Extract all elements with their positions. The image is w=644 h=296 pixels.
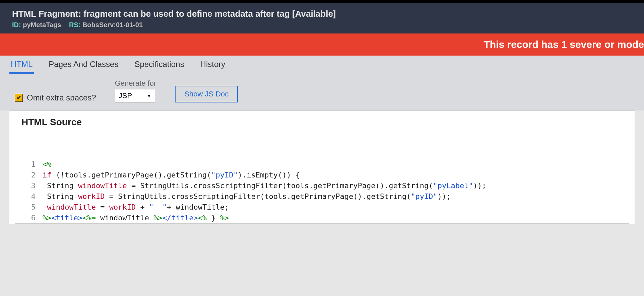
code-token: workID — [78, 192, 105, 201]
controls-row: ✔ Omit extra spaces? Generate for JSP ▼ … — [0, 74, 644, 110]
code-token: <title> — [52, 214, 83, 222]
tab-pages-and-classes[interactable]: Pages And Classes — [47, 55, 120, 74]
line-number: 3 — [15, 180, 39, 191]
code-token: = StringUtils.crossScriptingFilter(tools… — [105, 192, 411, 201]
code-token: windowTitle — [47, 203, 96, 211]
omit-spaces-checkbox[interactable]: ✔ — [15, 94, 23, 102]
page-header: HTML Fragment: fragment can be used to d… — [0, 3, 644, 33]
code-line: 5 windowTitle = workID + " "+ windowTitl… — [15, 202, 629, 213]
code-token: if — [43, 171, 52, 179]
code-content[interactable]: windowTitle = workID + " "+ windowTitle; — [39, 202, 229, 213]
code-token: } — [207, 214, 220, 222]
code-token: String — [43, 192, 78, 201]
id-label: ID: — [12, 21, 21, 28]
code-token: "pyLabel" — [433, 181, 473, 190]
code-token: windowTitle — [96, 214, 153, 222]
code-token: "pyID" — [411, 192, 437, 201]
top-black-bar — [0, 0, 644, 3]
code-token: workID — [109, 203, 136, 211]
code-token: )); — [473, 181, 487, 190]
code-token: <%= — [82, 214, 96, 222]
code-token: = — [96, 203, 109, 211]
code-token: <% — [198, 214, 207, 222]
code-token: String — [43, 181, 78, 190]
omit-spaces-wrap: ✔ Omit extra spaces? — [15, 93, 96, 102]
code-line: 3 String windowTitle = StringUtils.cross… — [15, 180, 629, 191]
generate-for-select[interactable]: JSP ▼ — [115, 89, 155, 102]
code-token: %> — [220, 214, 229, 222]
code-token: (!tools.getPrimaryPage().getString( — [52, 171, 211, 179]
line-number: 1 — [15, 159, 39, 170]
tab-html[interactable]: HTML — [9, 55, 34, 74]
code-line: 1<% — [15, 159, 629, 170]
code-token: %> — [43, 214, 52, 222]
code-token: ).isEmpty()) { — [238, 171, 300, 179]
code-line: 4 String workID = StringUtils.crossScrip… — [15, 191, 629, 202]
code-token: + — [136, 203, 149, 211]
code-token: )); — [438, 192, 451, 201]
code-token: "pyID" — [211, 171, 238, 179]
alert-banner: This record has 1 severe or mode — [0, 33, 644, 56]
line-number: 2 — [15, 170, 39, 180]
rs-value: BobsServ:01-01-01 — [82, 21, 143, 28]
code-token: + windowTitle; — [167, 203, 229, 211]
code-token: <% — [43, 160, 52, 168]
code-editor[interactable]: 1<%2if (!tools.getPrimaryPage().getStrin… — [15, 159, 629, 224]
tab-history[interactable]: History — [199, 55, 227, 74]
panel-title: HTML Source — [9, 111, 635, 135]
generate-for-group: Generate for JSP ▼ — [115, 79, 156, 102]
chevron-down-icon: ▼ — [147, 93, 151, 98]
show-js-doc-button[interactable]: Show JS Doc — [175, 86, 238, 102]
tab-bar: HTMLPages And ClassesSpecificationsHisto… — [0, 56, 644, 74]
code-line: 6%><title><%= windowTitle %></title><% }… — [15, 213, 629, 223]
page-title: HTML Fragment: fragment can be used to d… — [12, 9, 632, 19]
code-token: " " — [149, 203, 167, 211]
code-token: windowTitle — [78, 181, 127, 190]
generate-for-value: JSP — [119, 91, 132, 100]
code-content[interactable]: <% — [39, 159, 52, 170]
code-content[interactable]: String windowTitle = StringUtils.crossSc… — [39, 180, 487, 191]
line-number: 4 — [15, 191, 39, 202]
code-content[interactable]: String workID = StringUtils.crossScripti… — [39, 191, 451, 202]
generate-for-label: Generate for — [115, 79, 156, 88]
line-number: 5 — [15, 202, 39, 213]
id-value: pyMetaTags — [23, 21, 61, 28]
html-source-panel: HTML Source 1<%2if (!tools.getPrimaryPag… — [9, 110, 635, 224]
code-token: </title> — [163, 214, 198, 222]
line-number: 6 — [15, 213, 39, 223]
header-meta: ID: pyMetaTags RS: BobsServ:01-01-01 — [12, 21, 632, 29]
code-content[interactable]: if (!tools.getPrimaryPage().getString("p… — [39, 170, 300, 180]
omit-spaces-label: Omit extra spaces? — [27, 93, 96, 102]
text-cursor — [229, 214, 229, 222]
code-token — [43, 203, 47, 211]
code-token: = StringUtils.crossScriptingFilter(tools… — [127, 181, 433, 190]
code-token: %> — [153, 214, 163, 222]
tab-specifications[interactable]: Specifications — [133, 55, 185, 74]
rs-label: RS: — [69, 21, 80, 28]
panel-divider — [9, 135, 635, 135]
code-line: 2if (!tools.getPrimaryPage().getString("… — [15, 170, 629, 180]
code-content[interactable]: %><title><%= windowTitle %></title><% } … — [39, 213, 229, 223]
